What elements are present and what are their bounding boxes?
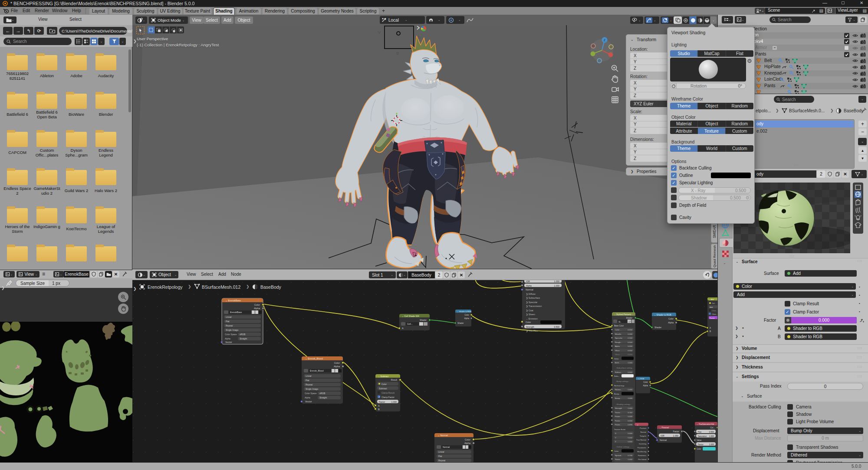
svg-text:Col...: Col... [712, 302, 716, 304]
svg-text:Color: Color [614, 450, 619, 452]
svg-text:Grike..: Grike.. [614, 358, 620, 360]
svg-text:Gloss: Gloss [615, 349, 620, 352]
svg-text:r to RGB: r to RGB [637, 378, 644, 380]
svg-text:B: B [396, 51, 399, 55]
svg-text:Cell...: Cell... [407, 323, 413, 325]
svg-text:Color: Color [334, 362, 340, 364]
svg-text:True Normal: True Normal [636, 439, 646, 441]
svg-text:0.050: 0.050 [628, 329, 632, 331]
svg-text:Repeat: Repeat [226, 324, 233, 327]
svg-text:St..: St.. [618, 321, 621, 323]
svg-text:Factor: Factor [710, 317, 715, 319]
svg-text:1.400: 1.400 [628, 388, 632, 391]
svg-text:IOR: IOR [526, 280, 530, 283]
svg-text:5.000: 5.000 [628, 437, 632, 439]
svg-text:Linear: Linear [438, 450, 444, 453]
svg-text:1.000: 1.000 [391, 401, 397, 403]
svg-text:Linear: Linear [226, 316, 232, 318]
svg-text:B: B [378, 408, 380, 411]
svg-text:⌄ HueSaturationVal...: ⌄ HueSaturationVal... [697, 423, 716, 425]
svg-text:Flat: Flat [306, 379, 309, 382]
svg-text:Color: Color [464, 314, 469, 316]
svg-text:Position: Position [640, 427, 647, 429]
svg-text:Tangent: Tangent [640, 435, 647, 437]
svg-text:Spread...: Spread... [615, 454, 622, 457]
svg-text:Normal: Normal [443, 446, 450, 448]
svg-text:⌄ Normal: ⌄ Normal [437, 434, 448, 437]
svg-text:✓: ✓ [378, 395, 380, 398]
svg-text:X: X [615, 432, 616, 434]
svg-text:0.000: 0.000 [628, 333, 632, 335]
svg-text:Clam...: Clam... [712, 310, 717, 312]
svg-text:⌄ Subtract: ⌄ Subtract [378, 375, 389, 378]
svg-text:Norma...: Norma... [615, 388, 622, 391]
svg-text:V: V [378, 30, 381, 35]
svg-text:0.500: 0.500 [554, 326, 559, 328]
svg-text:Alpha: Alpha [668, 321, 674, 324]
svg-text:Flat: Flat [438, 455, 442, 457]
svg-text:5.000: 5.000 [628, 441, 632, 443]
svg-text:Texture Scale: Texture Scale [614, 428, 626, 431]
svg-text:Shader: Shader [420, 319, 427, 321]
svg-text:Color: Color [526, 321, 531, 323]
svg-text:⌄ Emission: ⌄ Emission [526, 317, 538, 320]
svg-text:Color: Color [668, 317, 674, 320]
svg-text:⌄ Add: ⌄ Add [709, 298, 714, 300]
svg-text:⌄ Fresnel: ⌄ Fresnel [659, 426, 669, 429]
svg-text:Factor: Factor [673, 430, 680, 433]
svg-text:Alpha: Alpha [464, 317, 469, 320]
svg-text:Single Image: Single Image [306, 388, 318, 390]
svg-text:- Outline settings -: - Outline settings - [615, 446, 631, 448]
svg-text:Parametric: Parametric [638, 447, 646, 449]
svg-text:Linear: Linear [306, 375, 312, 377]
svg-text:Color: Color [465, 438, 470, 441]
svg-text:❯ Transmission: ❯ Transmission [526, 305, 542, 308]
svg-text:Patter...: Patter... [615, 420, 621, 422]
svg-text:Textur...: Textur... [615, 458, 621, 460]
svg-text:Bump...: Bump... [615, 397, 621, 399]
svg-text:Vector: Vector [225, 341, 232, 343]
svg-text:0.693: 0.693 [628, 424, 632, 426]
svg-text:Z: Z [604, 39, 606, 42]
svg-text:Pointiness: Pointiness [638, 454, 646, 457]
svg-text:1.000: 1.000 [628, 362, 632, 364]
svg-text:⌄ Stylized Painterly ...: ⌄ Stylized Painterly ... [614, 313, 634, 316]
svg-text:1.000: 1.000 [628, 397, 632, 399]
svg-text:Straight: Straight [319, 396, 327, 399]
svg-text:Clamp Factor: Clamp Factor [381, 396, 395, 398]
svg-text:⌄ Erenok_Blood: ⌄ Erenok_Blood [305, 357, 323, 360]
svg-text:Color Space: Color Space [305, 392, 317, 395]
svg-text:...y: ...y [636, 424, 638, 426]
svg-text:Subsur...: Subsur... [615, 371, 622, 373]
svg-text:Normal: Normal [641, 431, 647, 433]
svg-text:Alpha: Alpha [305, 396, 310, 399]
svg-text:⌄ Shader to RGB: ⌄ Shader to RGB [457, 310, 471, 313]
svg-text:Alpha: Alpha [254, 307, 260, 310]
svg-text:⌄ Shader to RGB: ⌄ Shader to RGB [654, 313, 671, 316]
svg-text:A: A [378, 405, 380, 407]
svg-text:- Bump settings -: - Bump settings - [615, 380, 630, 382]
svg-text:Alpha: Alpha [334, 365, 340, 368]
svg-text:⌄ ErenokBase: ⌄ ErenokBase [225, 299, 241, 302]
svg-text:1.000: 1.000 [554, 280, 559, 283]
svg-text:Color: Color [697, 448, 701, 450]
svg-text:❯ Sheen: ❯ Sheen [526, 313, 535, 316]
svg-text:❯ Thin Film: ❯ Thin Film [526, 330, 538, 333]
svg-text:Shader: Shader [654, 326, 661, 329]
svg-text:Saturation: Saturation [698, 435, 707, 437]
svg-text:Normal: Normal [526, 288, 533, 291]
svg-text:1.090: 1.090 [673, 434, 678, 437]
svg-text:Repeat: Repeat [306, 383, 313, 386]
svg-text:0.110: 0.110 [628, 411, 633, 414]
svg-text:❯ Specular: ❯ Specular [526, 301, 538, 304]
svg-text:- Shading settings -: - Shading settings - [615, 403, 632, 405]
svg-text:Straight: Straight [240, 337, 247, 340]
svg-text:Per Island: Per Island [638, 458, 647, 460]
svg-text:Textur...: Textur... [615, 411, 621, 414]
svg-text:1.000: 1.000 [628, 407, 632, 409]
svg-text:Base Color: Base Color [614, 325, 624, 327]
svg-text:Hue: Hue [698, 431, 702, 433]
svg-text:Clam...: Clam... [712, 313, 717, 315]
svg-text:0.500: 0.500 [628, 337, 632, 339]
svg-text:17: 17 [628, 321, 631, 323]
